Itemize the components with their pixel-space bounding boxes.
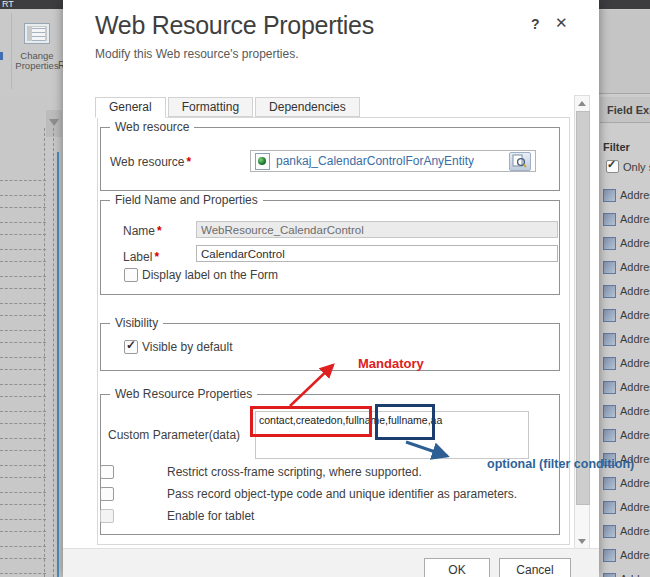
list-item[interactable]: Address [599,256,650,280]
help-icon[interactable]: ? [531,16,540,32]
ribbon-right-block [598,10,650,94]
display-label-checkbox[interactable] [124,268,138,282]
field-icon [603,549,616,562]
list-item[interactable]: Address [599,400,650,424]
tab-general[interactable]: General [95,97,166,118]
cancel-button[interactable]: Cancel [499,558,571,577]
list-item[interactable]: Address [599,496,650,520]
form-field-placeholder [0,369,46,385]
visibility-legend: Visibility [110,316,163,330]
enable-for-tablet-label: Enable for tablet [167,509,254,523]
field-icon [603,477,616,490]
list-item-label: Address [620,309,650,321]
form-column-guide [44,128,54,577]
required-asterisk: * [154,250,159,264]
required-asterisk: * [186,155,191,169]
list-item-label: Address [620,261,650,273]
list-item[interactable]: Address [599,376,650,400]
properties-sheet-icon [24,23,50,44]
mandatory-highlight-box [250,406,372,437]
field-icon [603,333,616,346]
list-item[interactable]: Address [599,352,650,376]
label-input[interactable] [196,245,558,262]
restrict-cross-frame-checkbox[interactable] [100,465,114,479]
field-icon [603,285,616,298]
visible-by-default-label: Visible by default [142,340,233,354]
form-field-placeholder [0,504,46,520]
field-explorer-title: Field Exp [600,97,650,123]
tab-dependencies[interactable]: Dependencies [255,97,360,117]
form-field-placeholder [0,180,46,196]
list-item[interactable]: Address [599,184,650,208]
form-field-placeholder [0,450,46,466]
pass-record-label: Pass record object-type code and unique … [167,487,517,501]
field-icon [603,261,616,274]
restrict-cross-frame-label: Restrict cross-frame scripting, where su… [167,465,422,479]
list-item[interactable]: Address [599,424,650,448]
list-item[interactable]: Address [599,328,650,352]
form-field-placeholder [0,315,46,331]
list-item-label: Address [620,549,650,561]
form-field-placeholder [0,234,46,250]
selected-section-border [57,152,59,577]
change-properties-button[interactable]: Change Properties [14,14,60,92]
label-label: Label* [123,250,159,264]
dialog-subtitle: Modify this Web resource's properties. [95,47,298,61]
form-field-placeholder [0,288,46,304]
list-item-label: Address [620,357,650,369]
list-item-label: Address [620,573,650,577]
display-label-checkbox-label: Display label on the Form [142,268,278,282]
web-resource-lookup-field[interactable]: pankaj_CalendarControlForAnyEntity [250,150,536,172]
screen: RT Change Properties R Field Exp Filter … [0,0,650,577]
field-icon [603,429,616,442]
list-item-label: Address [620,189,650,201]
only-show-checkbox[interactable] [606,160,619,173]
ok-button[interactable]: OK [424,558,490,577]
scrollbar-down-icon[interactable] [578,539,586,544]
list-item[interactable]: Address [599,304,650,328]
pass-record-checkbox[interactable] [100,487,114,501]
ribbon: Change Properties R [0,9,63,96]
list-item[interactable]: Address [599,472,650,496]
list-item[interactable]: Address [599,568,650,577]
form-field-placeholder [0,558,46,574]
form-editor-background [0,96,63,577]
list-item-label: Address [620,213,650,225]
filter-label: Filter [603,141,630,153]
list-item[interactable]: Address [599,280,650,304]
visible-by-default-checkbox[interactable] [124,340,138,354]
list-item-label: Address [620,333,650,345]
list-item-label: Address [620,501,650,513]
tab-strip: General Formatting Dependencies [95,97,362,118]
change-properties-label-2: Properties [14,61,60,71]
magnifier-icon [512,154,527,168]
enable-for-tablet-checkbox[interactable] [100,509,114,523]
ribbon-icon-fragment [0,52,3,60]
dialog-scrollbar[interactable] [574,95,590,550]
field-explorer-panel: Field Exp Filter Only s AddressAddressAd… [598,9,650,577]
scrollbar-thumb[interactable] [576,111,590,505]
custom-parameter-label: Custom Parameter(data) [108,428,240,442]
mandatory-annotation: Mandatory [358,356,424,371]
list-item[interactable]: Address [599,520,650,544]
web-resource-link[interactable]: pankaj_CalendarControlForAnyEntity [276,154,474,168]
list-item[interactable]: Address [599,208,650,232]
name-input[interactable] [196,221,558,238]
list-item[interactable]: Address [599,232,650,256]
form-field-placeholder [0,531,46,547]
form-field-placeholder [0,423,46,439]
field-icon [603,309,616,322]
web-resource-field-label: Web resource* [110,155,191,169]
scrollbar-up-icon[interactable] [578,101,586,106]
form-field-placeholders [0,180,46,577]
field-icon [603,189,616,202]
list-item-label: Address [620,381,650,393]
form-field-placeholder [0,207,46,223]
optional-highlight-box [375,404,435,440]
optional-annotation: optional (filter condition) [487,457,634,471]
tab-formatting[interactable]: Formatting [168,97,253,117]
close-icon[interactable]: ✕ [555,14,568,32]
browse-lookup-icon[interactable] [509,152,531,171]
field-icon [603,525,616,538]
list-item[interactable]: Address [599,544,650,568]
